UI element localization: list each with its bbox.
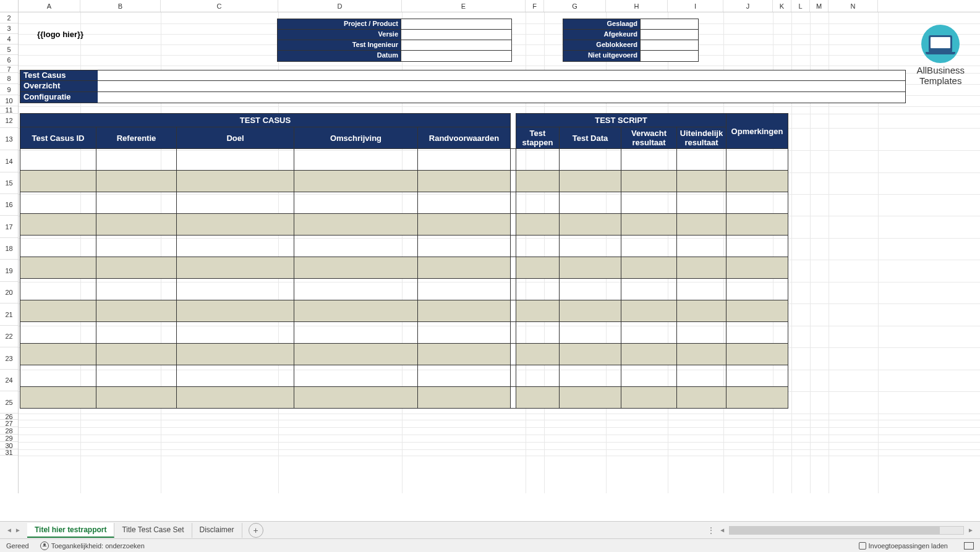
col-header-J[interactable]: J: [723, 0, 773, 12]
meta-value-cell[interactable]: [641, 40, 698, 50]
row-header-11[interactable]: 11: [0, 106, 18, 114]
status-accessibility[interactable]: Toegankelijkheid: onderzoeken: [40, 541, 145, 550]
table-cell[interactable]: [621, 300, 677, 322]
table-cell[interactable]: [726, 236, 788, 257]
table-cell[interactable]: [96, 192, 177, 214]
table-cell[interactable]: [294, 214, 418, 236]
table-cell[interactable]: [418, 300, 511, 322]
scroll-left-icon[interactable]: ◄: [719, 527, 725, 533]
row-header-7[interactable]: 7: [0, 66, 18, 73]
section-value-cell[interactable]: [98, 92, 905, 103]
col-header-H[interactable]: H: [606, 0, 668, 12]
table-cell[interactable]: [560, 365, 621, 387]
add-sheet-button[interactable]: +: [249, 523, 263, 538]
meta-value-cell[interactable]: [641, 51, 698, 61]
table-cell[interactable]: [418, 236, 511, 257]
table-cell[interactable]: [177, 322, 294, 344]
row-header-16[interactable]: 16: [0, 194, 18, 216]
table-cell[interactable]: [96, 300, 177, 322]
table-cell[interactable]: [677, 171, 726, 192]
table-cell[interactable]: [516, 344, 560, 365]
table-cell[interactable]: [726, 300, 788, 322]
table-cell[interactable]: [177, 171, 294, 192]
row-header-2[interactable]: 2: [0, 12, 18, 23]
tab-next-icon[interactable]: ►: [14, 524, 22, 537]
table-cell[interactable]: [418, 257, 511, 279]
table-cell[interactable]: [418, 387, 511, 409]
table-cell[interactable]: [96, 149, 177, 171]
table-cell[interactable]: [560, 171, 621, 192]
horizontal-scroll[interactable]: ⋮ ◄ ►: [707, 525, 980, 535]
table-cell[interactable]: [294, 344, 418, 365]
meta-value-cell[interactable]: [401, 30, 511, 40]
tab-nav-arrows[interactable]: ◄ ►: [0, 524, 27, 537]
table-cell[interactable]: [96, 236, 177, 257]
table-cell[interactable]: [418, 322, 511, 344]
row-header-23[interactable]: 23: [0, 347, 18, 370]
row-header-12[interactable]: 12: [0, 114, 18, 128]
table-cell[interactable]: [516, 236, 560, 257]
col-header-K[interactable]: K: [773, 0, 791, 12]
table-cell[interactable]: [726, 257, 788, 279]
sheet-tab[interactable]: Title Test Case Set: [114, 523, 192, 538]
col-header-L[interactable]: L: [791, 0, 810, 12]
table-cell[interactable]: [20, 322, 96, 344]
row-header-9[interactable]: 9: [0, 84, 18, 95]
table-cell[interactable]: [418, 171, 511, 192]
table-cell[interactable]: [726, 149, 788, 171]
table-cell[interactable]: [560, 257, 621, 279]
table-cell[interactable]: [677, 192, 726, 214]
table-cell[interactable]: [621, 344, 677, 365]
col-header-D[interactable]: D: [278, 0, 402, 12]
row-header-20[interactable]: 20: [0, 282, 18, 304]
table-cell[interactable]: [516, 300, 560, 322]
row-header-28[interactable]: 28: [0, 427, 18, 435]
table-cell[interactable]: [294, 322, 418, 344]
row-header-5[interactable]: 5: [0, 45, 18, 55]
table-cell[interactable]: [621, 192, 677, 214]
table-cell[interactable]: [177, 192, 294, 214]
section-value-cell[interactable]: [98, 70, 905, 80]
table-cell[interactable]: [294, 257, 418, 279]
table-cell[interactable]: [96, 365, 177, 387]
row-header-15[interactable]: 15: [0, 172, 18, 194]
table-cell[interactable]: [560, 236, 621, 257]
row-header-17[interactable]: 17: [0, 216, 18, 238]
col-header-A[interactable]: A: [19, 0, 80, 12]
table-cell[interactable]: [621, 387, 677, 409]
table-cell[interactable]: [294, 236, 418, 257]
scrollbar-track[interactable]: [729, 526, 964, 535]
table-cell[interactable]: [560, 322, 621, 344]
table-cell[interactable]: [621, 236, 677, 257]
table-cell[interactable]: [516, 387, 560, 409]
table-cell[interactable]: [418, 365, 511, 387]
col-header-I[interactable]: I: [668, 0, 723, 12]
table-cell[interactable]: [96, 322, 177, 344]
table-cell[interactable]: [516, 322, 560, 344]
display-settings-icon[interactable]: [964, 542, 974, 550]
row-header-22[interactable]: 22: [0, 326, 18, 347]
row-header-14[interactable]: 14: [0, 150, 18, 172]
table-cell[interactable]: [418, 149, 511, 171]
col-header-M[interactable]: M: [810, 0, 829, 12]
sheet-tab[interactable]: Disclaimer: [192, 523, 242, 538]
table-cell[interactable]: [677, 387, 726, 409]
table-cell[interactable]: [560, 149, 621, 171]
col-header-B[interactable]: B: [80, 0, 161, 12]
table-cell[interactable]: [621, 171, 677, 192]
table-cell[interactable]: [621, 322, 677, 344]
scroll-right-icon[interactable]: ►: [968, 527, 974, 533]
col-header-N[interactable]: N: [829, 0, 878, 12]
row-header-21[interactable]: 21: [0, 304, 18, 326]
table-cell[interactable]: [560, 300, 621, 322]
table-cell[interactable]: [294, 365, 418, 387]
table-cell[interactable]: [20, 236, 96, 257]
table-cell[interactable]: [516, 192, 560, 214]
table-cell[interactable]: [20, 300, 96, 322]
table-cell[interactable]: [294, 279, 418, 300]
table-cell[interactable]: [560, 192, 621, 214]
table-cell[interactable]: [726, 214, 788, 236]
table-cell[interactable]: [20, 387, 96, 409]
table-cell[interactable]: [294, 149, 418, 171]
table-cell[interactable]: [516, 365, 560, 387]
